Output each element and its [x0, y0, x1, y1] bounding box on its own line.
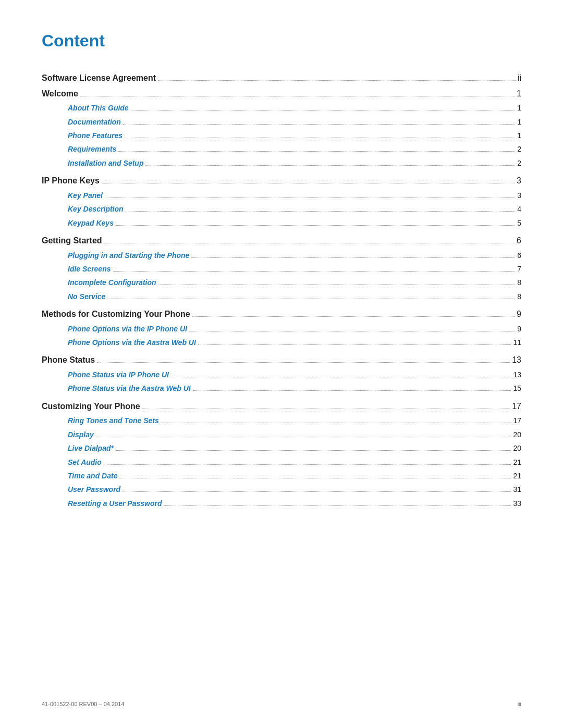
toc-dots-phone-features — [125, 138, 515, 138]
toc-entry-customizing-your-phone: Customizing Your Phone17 — [42, 400, 521, 413]
toc-entry-installation-and-setup[interactable]: Installation and Setup2 — [42, 157, 521, 169]
toc-label-installation-and-setup: Installation and Setup — [68, 157, 143, 169]
toc-dots-set-audio — [104, 464, 511, 465]
toc-entry-display[interactable]: Display20 — [42, 429, 521, 440]
toc-dots-phone-options-aastra — [198, 344, 511, 345]
toc-page-key-description: 4 — [517, 203, 521, 215]
toc-label-ring-tones: Ring Tones and Tone Sets — [68, 415, 159, 426]
toc-entry-about-this-guide[interactable]: About This Guide1 — [42, 102, 521, 114]
footer: 41-001522-00 REV00 – 04.2014 iii — [42, 701, 521, 707]
toc-label-documentation: Documentation — [68, 116, 121, 128]
toc-label-key-description: Key Description — [68, 203, 124, 215]
toc-label-phone-features: Phone Features — [68, 130, 123, 141]
toc-dots-plugging-in-and-starting — [191, 257, 515, 258]
toc-label-phone-status-ip: Phone Status via IP Phone UI — [68, 369, 169, 380]
toc-dots-time-and-date — [119, 478, 511, 478]
page-title: Content — [42, 31, 521, 51]
toc-entry-set-audio[interactable]: Set Audio21 — [42, 456, 521, 468]
toc-label-software-license: Software License Agreement — [42, 71, 156, 85]
toc-page-phone-options-aastra: 11 — [513, 337, 521, 348]
toc-dots-resetting-user-password — [164, 505, 511, 506]
toc-page-key-panel: 3 — [517, 190, 521, 201]
toc-page-incomplete-configuration: 8 — [517, 277, 521, 288]
toc-entry-phone-options-aastra[interactable]: Phone Options via the Aastra Web UI11 — [42, 337, 521, 348]
toc-page-phone-status-ip: 13 — [513, 369, 521, 380]
toc-dots-no-service — [107, 299, 515, 299]
toc-dots-about-this-guide — [131, 110, 516, 110]
toc-entry-idle-screens[interactable]: Idle Screens7 — [42, 263, 521, 275]
toc-page-software-license: ii — [518, 71, 521, 85]
toc-dots-phone-status-aastra — [193, 390, 511, 391]
toc-entry-requirements[interactable]: Requirements2 — [42, 143, 521, 155]
toc-label-incomplete-configuration: Incomplete Configuration — [68, 277, 156, 288]
toc-dots-live-dialpad — [116, 450, 511, 451]
toc-dots-phone-options-ip — [189, 331, 515, 331]
toc-entry-ring-tones[interactable]: Ring Tones and Tone Sets17 — [42, 415, 521, 426]
toc-label-getting-started: Getting Started — [42, 234, 102, 248]
toc-entry-phone-status: Phone Status13 — [42, 353, 521, 367]
toc-label-welcome: Welcome — [42, 87, 78, 101]
toc-page-plugging-in-and-starting: 6 — [517, 250, 521, 261]
toc-label-ip-phone-keys: IP Phone Keys — [42, 174, 100, 188]
toc-entry-phone-status-aastra[interactable]: Phone Status via the Aastra Web UI15 — [42, 382, 521, 394]
toc-dots-documentation — [123, 124, 515, 125]
toc-page-idle-screens: 7 — [517, 263, 521, 275]
toc-label-about-this-guide: About This Guide — [68, 102, 129, 114]
toc-entry-resetting-user-password[interactable]: Resetting a User Password33 — [42, 498, 521, 509]
toc-dots-requirements — [118, 151, 515, 152]
toc-entry-incomplete-configuration[interactable]: Incomplete Configuration8 — [42, 277, 521, 288]
toc-dots-display — [96, 437, 511, 437]
toc-entry-methods-customizing: Methods for Customizing Your Phone9 — [42, 307, 521, 321]
toc-label-requirements: Requirements — [68, 143, 116, 155]
toc-entry-plugging-in-and-starting[interactable]: Plugging in and Starting the Phone6 — [42, 250, 521, 261]
toc-entry-phone-status-ip[interactable]: Phone Status via IP Phone UI13 — [42, 369, 521, 380]
toc-entry-key-panel[interactable]: Key Panel3 — [42, 190, 521, 201]
toc-label-user-password: User Password — [68, 484, 120, 495]
toc-dots-welcome — [80, 96, 515, 96]
toc-label-set-audio: Set Audio — [68, 456, 102, 468]
toc-page-welcome: 1 — [517, 87, 521, 101]
toc-entry-software-license: Software License Agreementii — [42, 71, 521, 85]
toc-entry-keypad-keys[interactable]: Keypad Keys5 — [42, 217, 521, 229]
toc-page-ip-phone-keys: 3 — [517, 174, 521, 188]
toc-label-plugging-in-and-starting: Plugging in and Starting the Phone — [68, 250, 189, 261]
toc-dots-ip-phone-keys — [102, 183, 515, 183]
toc-dots-idle-screens — [113, 271, 516, 272]
toc-entry-phone-options-ip[interactable]: Phone Options via the IP Phone UI9 — [42, 323, 521, 335]
footer-right: iii — [518, 701, 521, 707]
toc-entry-time-and-date[interactable]: Time and Date21 — [42, 470, 521, 482]
toc-dots-phone-status — [97, 362, 510, 363]
toc-label-key-panel: Key Panel — [68, 190, 103, 201]
toc-entry-key-description[interactable]: Key Description4 — [42, 203, 521, 215]
toc-label-no-service: No Service — [68, 291, 105, 302]
toc-page-installation-and-setup: 2 — [517, 157, 521, 169]
toc-dots-key-panel — [105, 198, 515, 198]
toc-label-resetting-user-password: Resetting a User Password — [68, 498, 162, 509]
toc-dots-keypad-keys — [116, 225, 515, 226]
toc-page-display: 20 — [513, 429, 521, 440]
toc-entry-live-dialpad[interactable]: Live Dialpad*20 — [42, 442, 521, 454]
toc-entry-documentation[interactable]: Documentation1 — [42, 116, 521, 128]
toc-dots-getting-started — [104, 243, 515, 243]
toc-dots-software-license — [158, 80, 516, 81]
toc-entry-phone-features[interactable]: Phone Features1 — [42, 130, 521, 141]
toc-page-getting-started: 6 — [517, 234, 521, 248]
toc-dots-customizing-your-phone — [142, 409, 510, 409]
toc-label-idle-screens: Idle Screens — [68, 263, 111, 275]
toc-entry-no-service[interactable]: No Service8 — [42, 291, 521, 302]
toc-label-phone-status: Phone Status — [42, 353, 95, 367]
footer-left: 41-001522-00 REV00 – 04.2014 — [42, 701, 124, 707]
toc-page-ring-tones: 17 — [513, 415, 521, 426]
toc-page-methods-customizing: 9 — [517, 307, 521, 321]
toc-dots-user-password — [123, 491, 511, 492]
toc-label-methods-customizing: Methods for Customizing Your Phone — [42, 307, 190, 321]
toc-dots-installation-and-setup — [145, 165, 515, 166]
toc-label-live-dialpad: Live Dialpad* — [68, 442, 114, 454]
toc-page-resetting-user-password: 33 — [513, 498, 521, 509]
toc-page-phone-options-ip: 9 — [517, 323, 521, 335]
toc-entry-user-password[interactable]: User Password31 — [42, 484, 521, 495]
toc-page-user-password: 31 — [513, 484, 521, 495]
toc-dots-ring-tones — [161, 423, 511, 423]
toc-page-requirements: 2 — [517, 143, 521, 155]
toc-page-customizing-your-phone: 17 — [512, 400, 521, 413]
